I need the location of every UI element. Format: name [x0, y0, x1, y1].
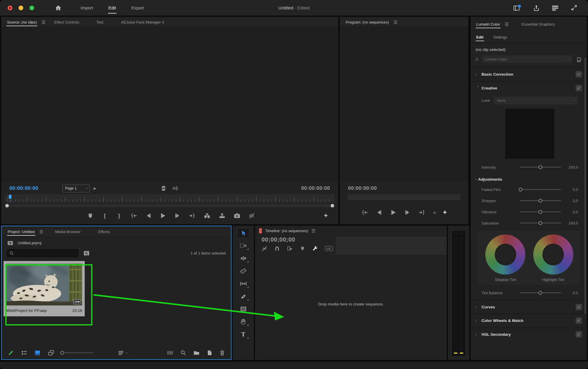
delete-icon[interactable] — [219, 350, 225, 356]
play-icon[interactable] — [160, 212, 166, 219]
nest-toggle-icon[interactable] — [261, 246, 267, 252]
hsl-secondary-checkbox[interactable]: ✓ — [576, 331, 582, 338]
tab-timeline[interactable]: Timeline: (no sequences) — [265, 229, 308, 233]
panel-menu-icon[interactable]: ☰ — [312, 229, 315, 233]
reset-effect-icon[interactable] — [576, 56, 582, 62]
tab-aejuice[interactable]: AEJuice Pack Manager 4 — [120, 17, 164, 27]
step-forward-icon[interactable] — [404, 210, 411, 215]
scrollbar-left-handle[interactable] — [5, 204, 9, 207]
intensity-value[interactable]: 100,0 — [564, 165, 578, 169]
source-time-ruler[interactable] — [5, 194, 335, 202]
list-view-icon[interactable] — [21, 350, 27, 356]
search-bin-icon[interactable] — [83, 250, 90, 256]
selection-tool[interactable] — [237, 228, 249, 238]
basic-correction-checkbox[interactable]: ✓ — [576, 71, 582, 77]
tab-project[interactable]: Project: Untitled — [7, 227, 35, 237]
panel-menu-icon[interactable]: ☰ — [39, 230, 43, 234]
program-zoom-scrollbar[interactable] — [347, 194, 461, 200]
freeform-view-icon[interactable] — [48, 350, 54, 356]
mark-in-icon[interactable]: { — [101, 212, 108, 219]
track-select-forward-tool[interactable] — [237, 241, 249, 251]
tab-essential-graphics[interactable]: Essential Graphics — [521, 19, 555, 29]
tab-lumetri-edit[interactable]: Edit — [476, 32, 484, 42]
button-editor-icon[interactable]: + — [443, 209, 447, 216]
button-editor-icon[interactable]: + — [324, 212, 328, 220]
drag-video-only-icon[interactable] — [161, 185, 166, 191]
search-box[interactable] — [7, 249, 78, 257]
program-timecode[interactable]: 00:00:00:00 — [348, 185, 377, 191]
type-tool[interactable]: T — [237, 329, 249, 339]
section-adjustments[interactable]: › Adjustments — [471, 173, 587, 185]
saturation-slider[interactable] — [520, 223, 561, 223]
tab-text[interactable]: Text — [96, 17, 104, 27]
go-to-out-icon[interactable] — [418, 210, 425, 215]
lumetri-scrollbar[interactable] — [584, 58, 586, 314]
saturation-value[interactable]: 100,0 — [564, 221, 578, 225]
page-select[interactable]: Page 1› — [62, 184, 90, 192]
scrollbar-right-handle[interactable] — [331, 204, 334, 207]
search-input[interactable] — [16, 251, 76, 255]
highlight-tint-wheel[interactable] — [533, 235, 573, 275]
muted-waveform-icon[interactable] — [249, 212, 255, 219]
overwrite-icon[interactable] — [219, 213, 226, 219]
step-forward-icon[interactable] — [174, 213, 181, 219]
new-bin-icon[interactable] — [193, 350, 200, 355]
effect-select[interactable]: Lumetri Color› — [482, 55, 572, 63]
panel-menu-icon[interactable]: ☰ — [394, 20, 397, 24]
timeline-ruler-area[interactable] — [336, 237, 447, 255]
captions-icon[interactable]: CC — [325, 246, 333, 251]
rectangle-tool[interactable] — [237, 304, 249, 314]
tab-lumetri-color[interactable]: Lumetri Color — [476, 19, 501, 29]
slip-tool[interactable] — [237, 279, 249, 289]
tint-balance-value[interactable]: 0,0 — [564, 291, 578, 295]
timeline-track-area[interactable]: Drop media here to create sequence. — [255, 256, 447, 360]
timeline-settings-icon[interactable] — [312, 245, 318, 252]
section-hsl-secondary[interactable]: › HSL Secondary ✓ — [471, 328, 587, 341]
drag-audio-only-icon[interactable] — [172, 185, 179, 191]
ripple-edit-tool[interactable] — [237, 253, 249, 263]
tint-balance-slider[interactable] — [520, 292, 561, 293]
shadow-tint-wheel[interactable] — [485, 235, 525, 275]
add-marker-icon[interactable] — [300, 246, 305, 251]
mark-out-icon[interactable]: } — [116, 212, 122, 219]
tab-effects[interactable]: Effects — [98, 227, 111, 237]
audio-meter[interactable] — [452, 231, 465, 356]
razor-tool[interactable] — [237, 266, 249, 276]
section-curves[interactable]: › Curves ✓ — [471, 300, 587, 314]
tab-export[interactable]: Export — [131, 4, 144, 11]
panel-menu-icon[interactable]: ☰ — [505, 22, 509, 26]
source-timecode[interactable]: 00:00:00:00 — [9, 185, 38, 191]
close-window-button[interactable] — [8, 6, 12, 10]
section-color-wheels-match[interactable]: › Color Wheels & Match ✓ — [471, 314, 587, 328]
project-root-icon[interactable] — [7, 240, 14, 246]
tab-effect-controls[interactable]: Effect Controls — [54, 17, 80, 27]
workspace-notification-icon[interactable] — [513, 4, 521, 11]
tab-program[interactable]: Program: (no sequences) — [345, 17, 389, 27]
find-icon[interactable] — [180, 350, 186, 356]
tab-source[interactable]: Source: (no clips) — [6, 17, 37, 27]
project-writable-icon[interactable] — [8, 350, 14, 356]
export-frame-icon[interactable] — [234, 213, 241, 219]
section-creative[interactable]: › Creative ✓ — [471, 81, 587, 95]
section-basic-correction[interactable]: › Basic Correction ✓ — [471, 68, 587, 81]
new-item-icon[interactable] — [207, 350, 212, 356]
icon-view-icon[interactable] — [34, 350, 41, 356]
sort-icons-group[interactable]: › — [118, 350, 127, 355]
tab-media-browser[interactable]: Media Browser — [54, 227, 81, 237]
sharpen-value[interactable]: 0,0 — [564, 199, 578, 203]
step-back-icon[interactable] — [376, 210, 382, 215]
page-flyout-icon[interactable]: ▶ — [94, 186, 96, 190]
play-icon[interactable] — [390, 209, 397, 216]
quick-export-icon[interactable] — [533, 4, 540, 11]
sharpen-slider[interactable] — [520, 200, 561, 201]
faded-film-value[interactable]: 0,0 — [564, 187, 578, 192]
tab-edit[interactable]: Edit — [108, 4, 117, 11]
source-playhead[interactable] — [9, 195, 11, 199]
panel-menu-icon[interactable]: ☰ — [41, 20, 45, 24]
automate-to-sequence-icon[interactable] — [167, 350, 173, 355]
step-back-icon[interactable] — [145, 213, 152, 219]
intensity-slider[interactable] — [520, 167, 561, 167]
look-preview[interactable] — [505, 109, 554, 159]
add-marker-icon[interactable] — [87, 213, 94, 219]
curves-checkbox[interactable]: ✓ — [576, 304, 582, 310]
